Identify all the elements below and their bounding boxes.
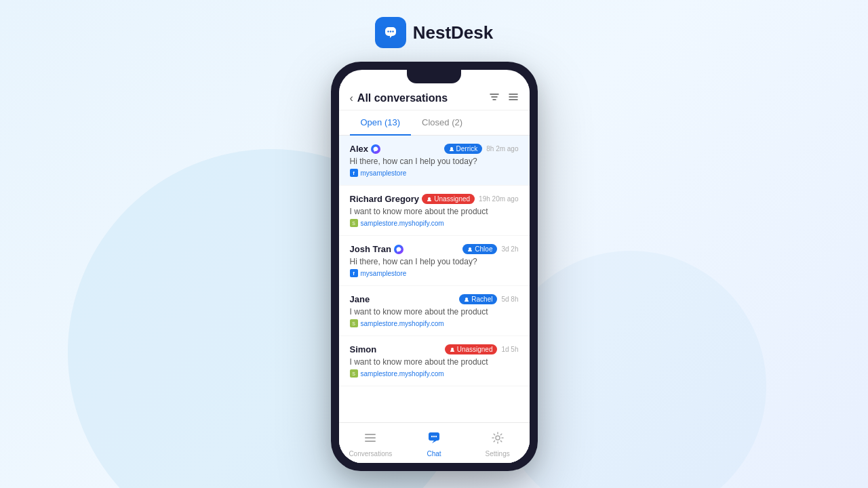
- conv-time-richard: 19h 20m ago: [479, 195, 518, 203]
- shopify-icon-simon: S: [350, 369, 358, 378]
- settings-nav-icon: [491, 431, 505, 448]
- filter-icon[interactable]: [489, 92, 500, 104]
- phone-frame: ‹ All conversations: [331, 62, 538, 471]
- conv-item-alex[interactable]: Alex Derrick 8h 2m ago: [339, 136, 530, 186]
- conv-message-simon: I want to know more about the product: [350, 357, 519, 367]
- agent-badge-simon: Unassigned: [445, 344, 498, 354]
- conv-name-josh: Josh Tran: [350, 244, 403, 254]
- svg-point-16: [496, 436, 500, 440]
- phone-inner: ‹ All conversations: [339, 70, 530, 463]
- conv-meta-richard: Unassigned 19h 20m ago: [422, 194, 518, 204]
- app-name: NestDesk: [413, 22, 494, 43]
- nav-item-conversations[interactable]: Conversations: [339, 428, 403, 460]
- header-left: ‹ All conversations: [350, 92, 448, 104]
- tab-open[interactable]: Open (13): [350, 110, 412, 136]
- conv-meta-josh: Chloe 3d 2h: [462, 244, 518, 254]
- conversations-header: ‹ All conversations: [339, 83, 530, 110]
- conv-source-richard: S samplestore.myshopify.com: [350, 219, 519, 227]
- tabs-container: Open (13) Closed (2): [339, 110, 530, 136]
- conv-header-josh: Josh Tran Chloe 3d 2h: [350, 244, 519, 254]
- phone-notch: [407, 70, 461, 83]
- chat-nav-icon: [427, 431, 441, 448]
- svg-point-3: [392, 30, 393, 32]
- svg-rect-9: [365, 434, 376, 435]
- chat-nav-label: Chat: [427, 450, 441, 458]
- conv-item-richard[interactable]: Richard Gregory Unassigned 19h 20m ago I…: [339, 186, 530, 236]
- app-header: NestDesk: [375, 17, 494, 48]
- conv-meta-simon: Unassigned 1d 5h: [445, 344, 519, 354]
- conv-name-jane: Jane: [350, 294, 370, 304]
- conv-header-jane: Jane Rachel 5d 8h: [350, 294, 519, 304]
- conv-meta-jane: Rachel 5d 8h: [459, 294, 518, 304]
- svg-point-14: [433, 436, 435, 437]
- conv-header-alex: Alex Derrick 8h 2m ago: [350, 144, 519, 154]
- conv-message-richard: I want to know more about the product: [350, 207, 519, 216]
- back-button[interactable]: ‹: [350, 92, 353, 104]
- conv-time-simon: 1d 5h: [501, 346, 518, 353]
- app-logo: [375, 17, 406, 48]
- conv-source-jane: S samplestore.myshopify.com: [350, 319, 519, 327]
- app-content: ‹ All conversations: [339, 83, 530, 463]
- conversation-list: Alex Derrick 8h 2m ago: [339, 136, 530, 422]
- conv-time-josh: 3d 2h: [501, 245, 518, 253]
- svg-rect-11: [365, 441, 376, 442]
- conv-time-jane: 5d 8h: [501, 296, 518, 303]
- settings-nav-label: Settings: [486, 450, 510, 458]
- conv-header-richard: Richard Gregory Unassigned 19h 20m ago: [350, 194, 519, 204]
- conv-meta-alex: Derrick 8h 2m ago: [444, 144, 519, 154]
- conv-source-alex: f mysamplestore: [350, 169, 519, 177]
- conv-item-josh[interactable]: Josh Tran Chloe 3d 2h: [339, 236, 530, 286]
- fb-icon-alex: f: [350, 169, 358, 177]
- conv-item-jane[interactable]: Jane Rachel 5d 8h I want to know more ab…: [339, 286, 530, 336]
- agent-badge-josh: Chloe: [462, 244, 497, 254]
- tab-closed[interactable]: Closed (2): [411, 110, 473, 136]
- agent-badge-richard: Unassigned: [422, 194, 475, 204]
- svg-point-2: [390, 30, 391, 32]
- shopify-icon-jane: S: [350, 319, 358, 327]
- page-title: All conversations: [357, 92, 448, 104]
- conv-item-simon[interactable]: Simon Unassigned 1d 5h I want to know mo…: [339, 336, 530, 386]
- agent-badge-alex: Derrick: [444, 144, 483, 154]
- header-right: [489, 92, 519, 104]
- conv-message-alex: Hi there, how can I help you today?: [350, 157, 519, 166]
- conversations-nav-icon: [363, 431, 377, 448]
- conv-source-simon: S samplestore.myshopify.com: [350, 369, 519, 378]
- svg-point-1: [387, 30, 389, 32]
- conv-name-richard: Richard Gregory: [350, 194, 420, 204]
- conversations-nav-label: Conversations: [349, 450, 392, 458]
- svg-point-15: [435, 436, 437, 437]
- shopify-icon-richard: S: [350, 219, 358, 227]
- messenger-icon-alex: [371, 144, 380, 154]
- nav-item-chat[interactable]: Chat: [402, 428, 466, 460]
- bottom-nav: Conversations Chat: [339, 422, 530, 463]
- fb-icon-josh: f: [350, 269, 358, 277]
- conv-message-josh: Hi there, how can I help you today?: [350, 257, 519, 266]
- conv-time-alex: 8h 2m ago: [486, 145, 518, 152]
- conv-header-simon: Simon Unassigned 1d 5h: [350, 344, 519, 354]
- conv-name-alex: Alex: [350, 144, 380, 154]
- menu-icon[interactable]: [508, 92, 519, 104]
- messenger-icon-josh: [394, 245, 403, 254]
- agent-badge-jane: Rachel: [459, 294, 497, 304]
- svg-point-13: [431, 436, 433, 437]
- nav-item-settings[interactable]: Settings: [466, 428, 530, 460]
- svg-rect-10: [365, 437, 376, 439]
- conv-source-josh: f mysamplestore: [350, 269, 519, 277]
- conv-message-jane: I want to know more about the product: [350, 307, 519, 317]
- conv-name-simon: Simon: [350, 344, 377, 354]
